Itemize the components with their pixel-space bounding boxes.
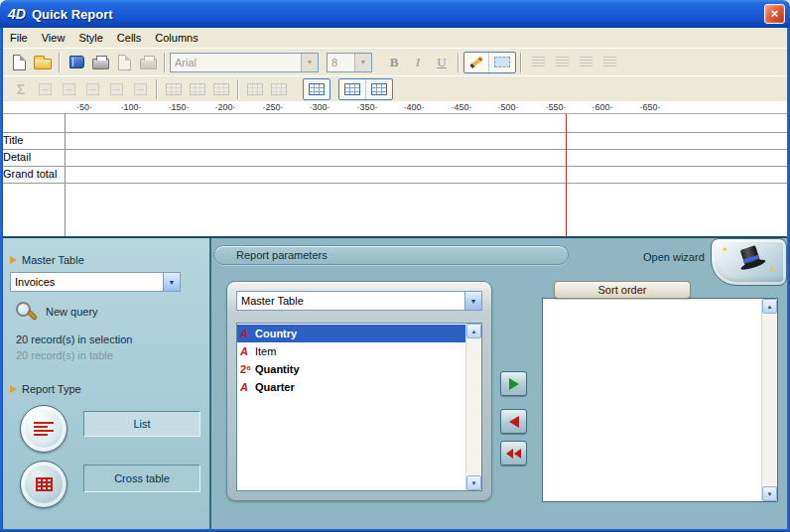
book-button[interactable]: [65, 52, 88, 73]
scroll-down-button[interactable]: ▼: [762, 486, 777, 501]
field-row-country[interactable]: A Country: [237, 325, 465, 342]
grid-toggle-button-2[interactable]: [338, 78, 393, 100]
align-center-icon: [556, 57, 569, 67]
italic-icon: I: [416, 55, 420, 70]
column-tool-button-3[interactable]: [209, 78, 233, 100]
table-grid-icon: [344, 83, 360, 95]
menu-file[interactable]: File: [3, 30, 35, 46]
row-divider: [0, 132, 790, 133]
remove-field-button[interactable]: [500, 409, 527, 434]
open-button[interactable]: [31, 52, 55, 73]
double-arrow-left-icon: [514, 449, 521, 459]
close-button[interactable]: ×: [764, 4, 785, 24]
print-button[interactable]: [88, 52, 112, 73]
menu-style[interactable]: Style: [71, 30, 109, 46]
bold-button[interactable]: B: [382, 52, 406, 73]
scroll-down-button[interactable]: ▼: [466, 475, 481, 490]
align-justify-button[interactable]: [597, 52, 621, 73]
preview-icon: [118, 55, 131, 70]
scroll-up-button[interactable]: ▲: [466, 324, 481, 338]
preview-button[interactable]: [112, 52, 136, 73]
ruler-label: ·200·: [214, 102, 235, 112]
quick-report-window: 4D Quick Report × File View Style Cells …: [0, 0, 790, 532]
separator: [164, 53, 166, 72]
italic-button[interactable]: I: [406, 52, 430, 73]
column-tool-button-2[interactable]: [186, 78, 209, 100]
scroll-up-button[interactable]: ▲: [762, 299, 777, 314]
cell-op-icon: [86, 83, 99, 95]
open-wizard-button[interactable]: ✦ ✦: [711, 238, 787, 286]
menu-view[interactable]: View: [35, 30, 72, 46]
pencil-icon: [469, 56, 482, 67]
fields-scrollbar[interactable]: ▲ ▼: [465, 324, 481, 490]
table-grid-icon: [371, 83, 387, 95]
arrow-right-icon: [509, 378, 519, 390]
ruler-label: ·100·: [120, 102, 141, 112]
tool-button-4[interactable]: [104, 78, 128, 100]
tool-button-1[interactable]: [33, 78, 57, 100]
arrow-left-icon: [509, 416, 519, 428]
column-grid-icon: [213, 83, 229, 95]
fields-panel: Master Table ▼ A Country A Item 2⁶ Quant…: [226, 281, 492, 501]
row-header-grand-total[interactable]: Grand total: [3, 168, 57, 180]
report-design-area[interactable]: Title Detail Grand total: [0, 114, 790, 236]
font-size-value: 8: [331, 57, 337, 68]
align-center-button[interactable]: [550, 52, 574, 73]
ruler-label: ·250·: [262, 102, 283, 112]
sort-scrollbar[interactable]: ▲ ▼: [761, 299, 777, 501]
align-left-button[interactable]: [526, 52, 550, 73]
fill-color-button[interactable]: [488, 53, 515, 72]
row-header-title[interactable]: Title: [3, 134, 23, 146]
menu-cells[interactable]: Cells: [110, 30, 148, 46]
font-combobox[interactable]: Arial ▼: [170, 53, 319, 72]
menu-columns[interactable]: Columns: [148, 30, 204, 46]
remove-all-fields-button[interactable]: [500, 441, 527, 466]
list-report-icon: [34, 422, 54, 436]
list-report-label[interactable]: List: [83, 411, 200, 437]
cross-table-button[interactable]: [20, 461, 67, 508]
menu-bar: File View Style Cells Columns: [3, 28, 787, 48]
align-left-icon: [532, 57, 545, 67]
tool-button-3[interactable]: [80, 78, 104, 100]
sort-order-list[interactable]: ▲ ▼: [542, 298, 778, 502]
labels-button[interactable]: [136, 52, 160, 73]
align-right-button[interactable]: [574, 52, 597, 73]
field-row-quantity[interactable]: 2⁶ Quantity: [237, 360, 465, 378]
grid-toggle-button-1[interactable]: [303, 78, 330, 100]
font-combobox-value: Arial: [175, 57, 197, 68]
row-header-detail[interactable]: Detail: [3, 151, 31, 163]
column-tool-button-5[interactable]: [267, 78, 291, 100]
column-tool-button-1[interactable]: [162, 78, 186, 100]
pen-button[interactable]: [464, 53, 488, 72]
open-wizard-label: Open wizard: [643, 251, 705, 263]
master-table-combobox-value: Invoices: [15, 276, 55, 288]
cross-table-label[interactable]: Cross table: [83, 465, 200, 492]
double-arrow-left-icon: [506, 449, 513, 459]
field-row-item[interactable]: A Item: [237, 342, 465, 360]
new-document-button[interactable]: [7, 52, 31, 73]
new-query-label[interactable]: New query: [46, 306, 98, 318]
sigma-icon: Σ: [17, 81, 25, 97]
master-table-combobox[interactable]: Invoices ▼: [10, 272, 181, 292]
fields-table-combobox[interactable]: Master Table ▼: [236, 291, 482, 311]
column-grid-icon: [190, 83, 205, 95]
new-query-button[interactable]: [14, 300, 36, 326]
add-field-button[interactable]: [500, 371, 527, 396]
alpha-field-icon: A: [240, 381, 255, 393]
field-row-quarter[interactable]: A Quarter: [237, 378, 465, 396]
column-tool-button-4[interactable]: [243, 78, 267, 100]
field-name: Country: [255, 328, 297, 339]
sum-button[interactable]: Σ: [9, 78, 33, 100]
tool-button-2[interactable]: [57, 78, 80, 100]
bold-icon: B: [390, 55, 399, 70]
list-report-button[interactable]: [20, 405, 67, 453]
arrow-bullet-icon: [10, 385, 17, 393]
ruler-label: ·650·: [639, 102, 660, 112]
cell-op-icon: [134, 83, 147, 95]
underline-button[interactable]: U: [430, 52, 454, 73]
sort-order-header: Sort order: [554, 281, 691, 299]
font-size-combobox[interactable]: 8 ▼: [327, 53, 372, 72]
ruler-label: ·600·: [592, 102, 612, 112]
tool-button-5[interactable]: [128, 78, 152, 100]
chevron-down-icon: ▼: [464, 292, 481, 310]
